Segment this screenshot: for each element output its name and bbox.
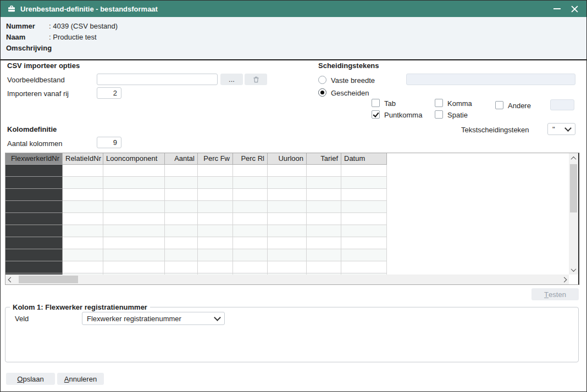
selected-column-cell[interactable] <box>5 225 63 237</box>
table-cell[interactable] <box>165 201 198 213</box>
table-cell[interactable] <box>198 201 233 213</box>
close-button[interactable] <box>566 1 583 17</box>
table-cell[interactable] <box>63 213 103 225</box>
table-cell[interactable] <box>268 201 307 213</box>
table-cell[interactable] <box>341 225 387 237</box>
selected-column-cell[interactable] <box>5 237 63 249</box>
table-cell[interactable] <box>198 249 233 261</box>
table-cell[interactable] <box>233 189 268 201</box>
table-cell[interactable] <box>268 249 307 261</box>
table-cell[interactable] <box>103 189 165 201</box>
table-cell[interactable] <box>63 189 103 201</box>
selected-column-cell[interactable] <box>5 249 63 261</box>
spatie-checkbox[interactable] <box>435 110 443 119</box>
scroll-left-button[interactable] <box>5 275 15 284</box>
table-cell[interactable] <box>165 165 198 177</box>
selected-column-cell[interactable] <box>5 201 63 213</box>
table-cell[interactable] <box>341 213 387 225</box>
column-header-flexwerkeridnr[interactable]: FlexwerkerIdNr <box>5 153 63 165</box>
browse-button[interactable]: ... <box>220 74 243 85</box>
scroll-up-button[interactable] <box>569 153 578 163</box>
table-cell[interactable] <box>341 261 387 273</box>
table-cell[interactable] <box>103 177 165 189</box>
table-cell[interactable] <box>307 201 341 213</box>
table-cell[interactable] <box>341 237 387 249</box>
vertical-scrollbar-thumb[interactable] <box>570 164 577 212</box>
komma-checkbox[interactable] <box>435 99 443 107</box>
selected-column-cell[interactable] <box>5 177 63 189</box>
table-cell[interactable] <box>233 237 268 249</box>
table-cell[interactable] <box>165 261 198 273</box>
table-cell[interactable] <box>233 165 268 177</box>
selected-column-cell[interactable] <box>5 261 63 273</box>
column-header-tarief[interactable]: Tarief <box>307 153 341 165</box>
table-cell[interactable] <box>198 213 233 225</box>
table-cell[interactable] <box>307 165 341 177</box>
table-cell[interactable] <box>165 189 198 201</box>
table-cell[interactable] <box>233 213 268 225</box>
table-cell[interactable] <box>198 261 233 273</box>
table-cell[interactable] <box>103 261 165 273</box>
table-cell[interactable] <box>103 213 165 225</box>
table-cell[interactable] <box>233 261 268 273</box>
table-cell[interactable] <box>341 177 387 189</box>
table-cell[interactable] <box>63 201 103 213</box>
table-cell[interactable] <box>341 189 387 201</box>
column-header-uurloon[interactable]: Uurloon <box>268 153 307 165</box>
selected-column-cell[interactable] <box>5 165 63 177</box>
table-cell[interactable] <box>233 225 268 237</box>
table-cell[interactable] <box>268 165 307 177</box>
column-header-perc-fw[interactable]: Perc Fw <box>198 153 233 165</box>
table-cell[interactable] <box>307 189 341 201</box>
table-cell[interactable] <box>233 249 268 261</box>
table-cell[interactable] <box>198 165 233 177</box>
table-cell[interactable] <box>341 201 387 213</box>
column-header-relatieidnr[interactable]: RelatieIdNr <box>63 153 103 165</box>
selected-column-cell[interactable] <box>5 189 63 201</box>
annuleren-button[interactable]: Annuleren <box>57 373 104 385</box>
testen-button[interactable]: Testen <box>531 288 579 300</box>
table-cell[interactable] <box>198 177 233 189</box>
table-cell[interactable] <box>307 177 341 189</box>
puntkomma-checkbox[interactable] <box>372 110 380 119</box>
table-cell[interactable] <box>165 237 198 249</box>
vertical-scrollbar[interactable] <box>569 153 578 275</box>
tekstscheidingsteken-select[interactable]: " <box>547 123 575 135</box>
table-cell[interactable] <box>63 225 103 237</box>
table-cell[interactable] <box>103 165 165 177</box>
table-cell[interactable] <box>198 189 233 201</box>
column-header-perc-rl[interactable]: Perc Rl <box>233 153 268 165</box>
aantal-kolommen-input[interactable] <box>97 137 121 148</box>
selected-column-cell[interactable] <box>5 213 63 225</box>
delete-file-button[interactable] <box>245 74 267 85</box>
table-cell[interactable] <box>63 261 103 273</box>
table-cell[interactable] <box>165 213 198 225</box>
table-cell[interactable] <box>198 225 233 237</box>
table-cell[interactable] <box>103 225 165 237</box>
table-cell[interactable] <box>307 237 341 249</box>
table-cell[interactable] <box>63 249 103 261</box>
andere-delimiter-input[interactable] <box>550 99 574 110</box>
horizontal-scrollbar-thumb[interactable] <box>19 276 78 283</box>
table-cell[interactable] <box>307 213 341 225</box>
table-cell[interactable] <box>341 249 387 261</box>
table-cell[interactable] <box>233 201 268 213</box>
table-cell[interactable] <box>103 237 165 249</box>
table-cell[interactable] <box>103 201 165 213</box>
table-cell[interactable] <box>268 177 307 189</box>
scroll-down-button[interactable] <box>569 265 578 275</box>
gescheiden-radio[interactable] <box>318 88 326 97</box>
vaste-breedte-input[interactable] <box>406 74 575 85</box>
table-cell[interactable] <box>268 237 307 249</box>
table-cell[interactable] <box>341 165 387 177</box>
table-cell[interactable] <box>63 237 103 249</box>
importeren-vanaf-rij-input[interactable] <box>97 87 121 99</box>
table-cell[interactable] <box>307 249 341 261</box>
table-cell[interactable] <box>268 189 307 201</box>
table-cell[interactable] <box>307 225 341 237</box>
table-cell[interactable] <box>165 249 198 261</box>
minimize-button[interactable] <box>548 1 566 17</box>
opslaan-button[interactable]: Opslaan <box>6 373 55 385</box>
table-cell[interactable] <box>165 225 198 237</box>
tab-checkbox[interactable] <box>372 99 380 107</box>
